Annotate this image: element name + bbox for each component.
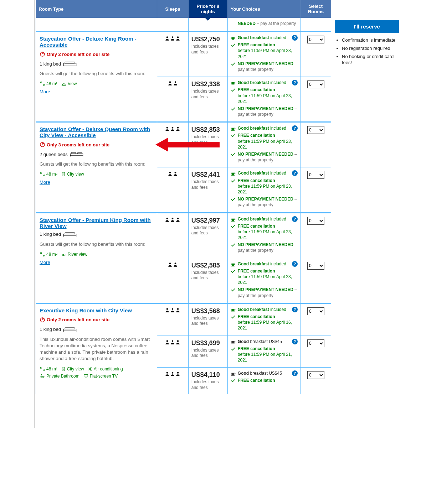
- svg-point-34: [172, 218, 174, 219]
- help-icon[interactable]: ?: [292, 35, 298, 41]
- sleeps-cell: [157, 368, 189, 394]
- svg-rect-42: [65, 328, 75, 329]
- header-select: Select Rooms: [301, 0, 331, 18]
- svg-rect-13: [70, 154, 83, 156]
- svg-rect-18: [62, 172, 65, 176]
- more-link[interactable]: More: [40, 260, 50, 265]
- price-cell: US$2,585Includes taxes and fees: [188, 258, 227, 303]
- svg-point-6: [172, 36, 174, 38]
- choices-cell: ?Good breakfast includedFREE cancellatio…: [227, 122, 301, 167]
- rooms-table: Room Type Sleeps Price for 8 nights Your…: [36, 0, 331, 394]
- price-cell: US$4,110Includes taxes and fees: [188, 368, 227, 394]
- svg-point-22: [166, 127, 168, 129]
- bed-config: 1 king bed: [40, 231, 153, 238]
- svg-point-5: [166, 36, 168, 38]
- bed-config: 1 king bed: [40, 61, 153, 67]
- choices-cell: ?Good breakfast includedFREE cancellatio…: [227, 258, 301, 303]
- sleeps-cell: [157, 167, 189, 213]
- svg-rect-8: [231, 40, 235, 40]
- occupancy-icon: [168, 80, 178, 86]
- room-quantity-select[interactable]: 0: [307, 307, 324, 315]
- svg-rect-15: [77, 152, 82, 154]
- help-icon[interactable]: ?: [292, 261, 298, 267]
- svg-rect-53: [84, 374, 88, 377]
- header-sleeps: Sleeps: [157, 0, 189, 18]
- room-quantity-select[interactable]: 0: [307, 339, 324, 347]
- room-description: This luxurious air-conditioned room come…: [40, 336, 153, 362]
- svg-point-61: [177, 340, 179, 342]
- occupancy-icon: [165, 126, 180, 132]
- help-icon[interactable]: ?: [292, 307, 298, 312]
- room-quantity-select[interactable]: 0: [307, 171, 324, 179]
- feature-area: 48 m²: [40, 367, 57, 371]
- feature-mountain: View: [61, 81, 77, 86]
- sleeps-cell: [157, 303, 189, 336]
- feature-building: City view: [61, 172, 84, 177]
- svg-rect-29: [63, 234, 76, 235]
- svg-point-65: [177, 372, 179, 374]
- feature-building: City view: [61, 367, 84, 371]
- reserve-button[interactable]: I'll reserve: [335, 20, 399, 33]
- room-description: Guests will get the following benefits w…: [40, 161, 153, 167]
- room-description: Guests will get the following benefits w…: [40, 71, 153, 77]
- room-quantity-select[interactable]: 0: [307, 217, 324, 225]
- room-name-link[interactable]: Staycation Offer - Deluxe Queen Room wit…: [40, 126, 153, 138]
- svg-point-10: [175, 81, 176, 83]
- sleeps-cell: [157, 336, 189, 368]
- svg-rect-66: [231, 375, 235, 376]
- svg-rect-14: [71, 152, 76, 154]
- feature-bath: Private Bathroom: [40, 374, 79, 379]
- sleeps-cell: [157, 122, 189, 167]
- svg-rect-36: [231, 221, 235, 221]
- room-name-link[interactable]: Staycation Offer - Deluxe King Room - Ac…: [40, 36, 153, 48]
- room-quantity-select[interactable]: 0: [307, 262, 324, 270]
- header-choices: Your Choices: [227, 0, 301, 18]
- help-icon[interactable]: ?: [292, 339, 298, 344]
- choices-cell: ?Good breakfast US$45FREE cancellation: [227, 368, 301, 394]
- scarcity-badge: Only 2 rooms left on our site: [40, 51, 153, 57]
- occupancy-icon: [165, 307, 180, 313]
- more-link[interactable]: More: [40, 180, 50, 185]
- svg-rect-1: [63, 63, 76, 65]
- room-name-link[interactable]: Executive King Room with City View: [40, 307, 132, 313]
- choices-cell: ?Good breakfast includedFREE cancellatio…: [227, 213, 301, 258]
- occupancy-icon: [165, 339, 180, 345]
- svg-point-63: [166, 372, 168, 374]
- svg-rect-41: [63, 329, 76, 331]
- svg-point-33: [166, 218, 168, 219]
- header-price: Price for 8 nights: [188, 0, 227, 18]
- svg-point-37: [169, 263, 171, 264]
- svg-point-64: [172, 372, 174, 374]
- feature-snow: Air conditioning: [88, 367, 123, 371]
- svg-point-26: [169, 172, 171, 174]
- price-cell: US$2,853Includes taxes and fees: [188, 122, 227, 167]
- choices-cell: ?Good breakfast includedFREE cancellatio…: [227, 303, 301, 336]
- svg-rect-2: [65, 62, 75, 63]
- more-link[interactable]: More: [40, 89, 50, 94]
- room-quantity-select[interactable]: 0: [307, 80, 324, 88]
- scarcity-badge: Only 3 rooms left on our site: [40, 142, 153, 147]
- svg-point-55: [166, 308, 168, 310]
- occupancy-icon: [165, 371, 180, 377]
- scarcity-badge: Only 2 rooms left on our site: [40, 317, 153, 323]
- occupancy-icon: [168, 262, 178, 267]
- sidebar-bullet: Confirmation is immediate: [342, 37, 399, 43]
- sleeps-cell: [157, 258, 189, 303]
- svg-rect-62: [231, 343, 235, 344]
- help-icon[interactable]: ?: [292, 216, 298, 222]
- sleeps-cell: [157, 213, 189, 258]
- room-name-link[interactable]: Staycation Offer - Premium King Room wit…: [40, 217, 153, 229]
- svg-point-35: [177, 218, 179, 219]
- feature-wave: River view: [61, 252, 87, 257]
- room-quantity-select[interactable]: 0: [307, 371, 324, 379]
- price-cell: US$3,699Includes taxes and fees: [188, 336, 227, 368]
- sleeps-cell: [157, 32, 189, 77]
- room-quantity-select[interactable]: 0: [307, 126, 324, 134]
- occupancy-icon: [168, 171, 178, 177]
- room-quantity-select[interactable]: 0: [307, 36, 324, 43]
- svg-rect-58: [231, 311, 235, 312]
- price-cell: US$2,997Includes taxes and fees: [188, 213, 227, 258]
- svg-rect-25: [231, 130, 235, 131]
- price-cell: US$2,750Includes taxes and fees: [188, 32, 227, 77]
- help-icon[interactable]: ?: [292, 80, 298, 85]
